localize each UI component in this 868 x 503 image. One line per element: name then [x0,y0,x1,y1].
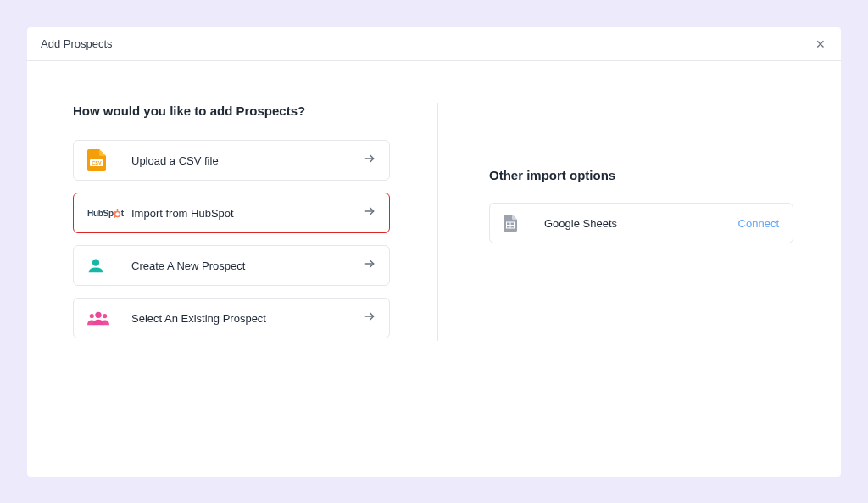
option-select-existing[interactable]: Select An Existing Prospect [73,298,390,338]
option-label: Select An Existing Prospect [121,312,364,325]
svg-text:CSV: CSV [92,160,102,165]
left-pane: How would you like to add Prospects? CSV… [73,103,437,341]
svg-point-14 [103,314,107,318]
svg-point-10 [92,260,99,266]
option-import-hubspot[interactable]: HubSp t Import from HubSpot [73,193,390,233]
option-upload-csv[interactable]: CSV Upload a CSV file [73,140,390,181]
connect-link[interactable]: Connect [738,217,779,230]
svg-point-3 [114,211,120,216]
option-label: Create A New Prospect [121,260,364,272]
option-label: Import from HubSpot [121,207,364,220]
google-sheets-icon [504,215,527,232]
close-button[interactable]: ✕ [814,37,827,51]
svg-line-6 [114,211,115,213]
users-group-icon [87,310,121,326]
modal-body: How would you like to add Prospects? CSV… [27,61,841,383]
arrow-right-icon [364,153,376,168]
other-option-label: Google Sheets [527,217,738,230]
csv-file-icon: CSV [87,149,121,171]
svg-point-13 [90,314,94,318]
svg-point-12 [95,312,101,318]
option-create-prospect[interactable]: Create A New Prospect [73,245,390,286]
modal-title: Add Prospects [41,37,113,50]
user-icon [87,257,121,274]
hubspot-icon: HubSp t [87,209,121,218]
other-option-google-sheets: Google Sheets Connect [489,203,793,243]
option-label: Upload a CSV file [121,154,364,167]
option-list: CSV Upload a CSV file HubSp [73,140,390,338]
left-heading: How would you like to add Prospects? [73,103,390,118]
svg-point-8 [114,216,115,218]
right-pane: Other import options Google Sheets Conne… [437,103,793,341]
close-icon: ✕ [815,37,826,51]
right-heading: Other import options [489,168,793,182]
modal-header: Add Prospects ✕ [27,27,841,61]
arrow-right-icon [364,205,376,221]
add-prospects-modal: Add Prospects ✕ How would you like to ad… [27,27,841,477]
arrow-right-icon [364,310,376,326]
arrow-right-icon [364,258,376,273]
